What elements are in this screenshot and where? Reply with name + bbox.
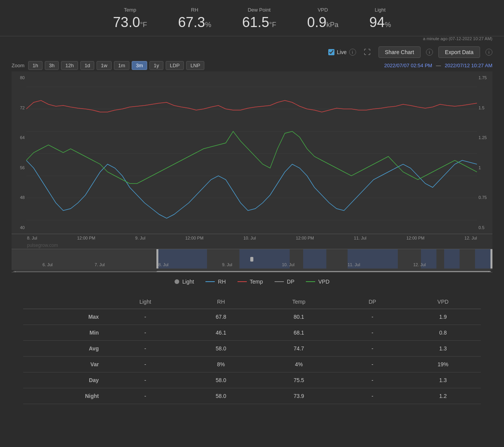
share-chart-button[interactable]: Share Chart [378, 46, 421, 58]
navigator[interactable]: 6. Jul 7. Jul 8. Jul 9. Jul 10. Jul 11. … [12, 249, 492, 272]
scroll-right-arrow[interactable]: ▶ [487, 270, 492, 272]
table-row-max: Max - 67.8 80.1 - 1.9 [23, 309, 481, 325]
cell-var-temp: 4% [258, 357, 340, 372]
chart-area[interactable] [26, 71, 477, 234]
cell-avg-light: - [107, 341, 184, 357]
row-label-avg: Avg [23, 341, 107, 357]
cell-day-rh: 58.0 [184, 372, 258, 388]
svg-rect-9 [303, 249, 326, 269]
svg-rect-15 [490, 249, 492, 269]
chart-legend: Light RH Temp DP VPD [0, 272, 504, 291]
cell-var-rh: 8% [184, 357, 258, 372]
legend-light[interactable]: Light [175, 279, 194, 285]
stat-temp: Temp 73.0°F [113, 7, 147, 31]
table-row-var: Var - 8% 4% - 19% [23, 357, 481, 372]
stats-table: Light RH Temp DP VPD Max - 67.8 80.1 - 1… [23, 295, 481, 404]
cell-night-light: - [107, 388, 184, 404]
zoom-1h[interactable]: 1h [28, 61, 42, 70]
svg-rect-23 [250, 257, 253, 262]
zoom-1y[interactable]: 1y [149, 61, 163, 70]
col-header-dp: DP [340, 295, 405, 309]
cell-night-vpd: 1.2 [405, 388, 481, 404]
svg-rect-12 [444, 249, 460, 269]
svg-text:9. Jul: 9. Jul [222, 262, 232, 267]
stat-light: Light 94% [369, 7, 391, 31]
row-label-night: Night [23, 388, 107, 404]
cell-var-light: - [107, 357, 184, 372]
date-range-end: 2022/07/12 10:27 AM [445, 63, 492, 68]
col-header-vpd: VPD [405, 295, 481, 309]
rh-line [26, 160, 477, 218]
cell-min-light: - [107, 325, 184, 341]
date-range: 2022/07/07 02:54 PM — 2022/07/12 10:27 A… [384, 63, 492, 68]
fullscreen-button[interactable]: ⛶ [361, 48, 373, 57]
zoom-1d[interactable]: 1d [80, 61, 94, 70]
table-row-day: Day - 58.0 75.5 - 1.3 [23, 372, 481, 388]
svg-text:10. Jul: 10. Jul [282, 262, 294, 267]
scrollbar[interactable]: ◀ ▶ [12, 270, 492, 272]
cell-avg-temp: 74.7 [258, 341, 340, 357]
cell-max-rh: 67.8 [184, 309, 258, 325]
legend-dp[interactable]: DP [275, 279, 294, 285]
row-label-min: Min [23, 325, 107, 341]
live-checkbox[interactable] [328, 49, 334, 55]
chart-svg [26, 71, 477, 234]
cell-var-dp: - [340, 357, 405, 372]
legend-rh[interactable]: RH [205, 279, 226, 285]
export-info-icon[interactable]: i [485, 49, 492, 56]
watermark: pulsegrow.com [12, 242, 492, 249]
cell-min-temp: 68.1 [258, 325, 340, 341]
cell-max-vpd: 1.9 [405, 309, 481, 325]
table-row-night: Night - 58.0 73.9 - 1.2 [23, 388, 481, 404]
cell-max-temp: 80.1 [258, 309, 340, 325]
legend-vpd[interactable]: VPD [306, 279, 329, 285]
chart-wrapper: 80 72 64 56 48 40 [12, 71, 492, 249]
cell-avg-dp: - [340, 341, 405, 357]
svg-text:7. Jul: 7. Jul [95, 262, 105, 267]
cell-day-temp: 75.5 [258, 372, 340, 388]
row-label-max: Max [23, 309, 107, 325]
zoom-label: Zoom [12, 63, 24, 68]
zoom-lnp[interactable]: LNP [186, 61, 204, 70]
zoom-1w[interactable]: 1w [97, 61, 112, 70]
live-label: Live [337, 49, 347, 55]
y-axis-right: 1.75 1.5 1.25 1 0.75 0.5 [477, 71, 492, 234]
cell-max-dp: - [340, 309, 405, 325]
svg-text:11. Jul: 11. Jul [348, 262, 360, 267]
y-axis-left: 80 72 64 56 48 40 [12, 71, 26, 234]
zoom-ldp[interactable]: LDP [166, 61, 184, 70]
x-axis: 8. Jul 12:00 PM 9. Jul 12:00 PM 10. Jul … [12, 234, 492, 242]
stat-dew-point: Dew Point 61.5°F [242, 7, 276, 31]
cell-min-dp: - [340, 325, 405, 341]
zoom-12h[interactable]: 12h [61, 61, 78, 70]
export-data-button[interactable]: Export Data [438, 46, 480, 58]
cell-max-light: - [107, 309, 184, 325]
svg-text:8. Jul: 8. Jul [158, 262, 168, 267]
zoom-3h[interactable]: 3h [45, 61, 59, 70]
scroll-left-arrow[interactable]: ◀ [12, 270, 17, 272]
cell-night-dp: - [340, 388, 405, 404]
cell-day-vpd: 1.3 [405, 372, 481, 388]
cell-var-vpd: 19% [405, 357, 481, 372]
cell-night-rh: 58.0 [184, 388, 258, 404]
zoom-3m[interactable]: 3m [132, 61, 147, 70]
cell-min-rh: 46.1 [184, 325, 258, 341]
col-header-empty [23, 295, 107, 309]
legend-temp[interactable]: Temp [238, 279, 263, 285]
temp-line [26, 100, 477, 112]
zoom-bar: Zoom 1h 3h 12h 1d 1w 1m 3m 1y LDP LNP 20… [0, 59, 504, 71]
cell-day-dp: - [340, 372, 405, 388]
share-info-icon[interactable]: i [426, 49, 433, 56]
date-range-arrow: — [436, 63, 441, 68]
live-info-icon[interactable]: i [349, 49, 356, 56]
live-control[interactable]: Live i [328, 49, 356, 56]
svg-text:6. Jul: 6. Jul [42, 262, 53, 267]
table-row-avg: Avg - 58.0 74.7 - 1.3 [23, 341, 481, 357]
stat-rh: RH 67.3% [178, 7, 211, 31]
svg-text:12. Jul: 12. Jul [413, 262, 426, 267]
stats-table-wrapper: Light RH Temp DP VPD Max - 67.8 80.1 - 1… [0, 291, 504, 416]
svg-rect-13 [475, 249, 492, 269]
row-label-var: Var [23, 357, 107, 372]
zoom-1m[interactable]: 1m [114, 61, 129, 70]
timestamp: a minute ago (07-12-2022 10:27 AM) [0, 36, 504, 42]
